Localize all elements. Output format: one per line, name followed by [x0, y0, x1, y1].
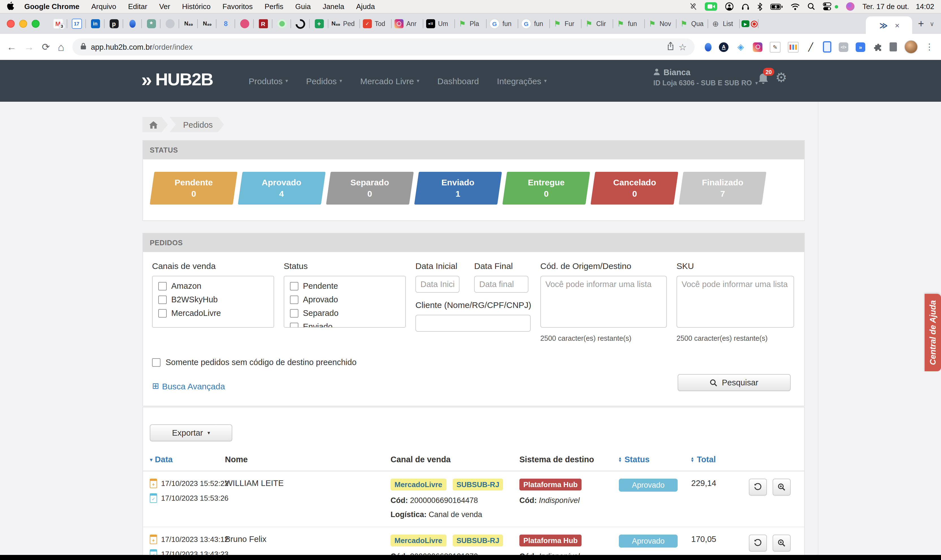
tag-extension-icon[interactable]: » [856, 42, 865, 52]
checkbox[interactable] [290, 295, 298, 304]
status-chip-finalizado[interactable]: Finalizado7 [679, 172, 766, 205]
data-final-input[interactable] [474, 276, 529, 293]
camera-extension-icon[interactable] [753, 42, 763, 52]
sku-textarea[interactable] [677, 276, 794, 328]
canal-option-mercadolivre[interactable]: MercadoLivre [158, 309, 268, 318]
tab-graycircle[interactable] [160, 14, 179, 34]
tab-meetrec[interactable]: ▶ [740, 14, 758, 34]
code-extension-icon[interactable]: </> [839, 42, 848, 52]
tab-flag-fur[interactable]: ⚑Fur [550, 14, 581, 34]
nav-item-integracoes[interactable]: Integrações▾ [497, 76, 547, 86]
breadcrumb-home[interactable] [142, 117, 168, 132]
tab-gmail[interactable]: M3 [49, 14, 67, 34]
menubar-item-arquivo[interactable]: Arquivo [91, 2, 116, 11]
status-chip-cancelado[interactable]: Cancelado0 [590, 172, 678, 205]
tab-googleg-fun[interactable]: Gfun [487, 14, 518, 34]
cod-origem-textarea[interactable] [540, 276, 667, 328]
pencil-slash-icon[interactable] [689, 3, 697, 10]
profile-avatar[interactable] [904, 40, 918, 54]
tab-n49[interactable]: N₄₉ [179, 14, 198, 34]
menubar-item-perfis[interactable]: Perfis [264, 2, 283, 11]
column-header-canal[interactable]: Canal de venda [391, 455, 520, 464]
tab-medium-um[interactable]: ●IIUm [423, 14, 455, 34]
tab-rred[interactable]: R [254, 14, 272, 34]
menubar-item-janela[interactable]: Janela [323, 2, 344, 11]
hub2b-logo[interactable]: » HUB2B [141, 69, 213, 90]
status-chip-aprovado[interactable]: Aprovado4 [238, 172, 326, 205]
battery-charging-icon[interactable] [770, 3, 783, 10]
eyedropper-extension-icon[interactable]: ╱ [806, 42, 815, 52]
notes-extension-icon[interactable]: ✎ [770, 42, 781, 52]
data-inicial-input[interactable] [415, 276, 460, 293]
status-chip-separado[interactable]: Separado0 [326, 172, 414, 205]
exportar-button[interactable]: Exportar ▾ [150, 425, 232, 442]
tab-pdark[interactable]: p [105, 14, 123, 34]
tab-flag-pla[interactable]: ⚑Pla [455, 14, 487, 34]
order-detail-button[interactable] [773, 478, 791, 495]
tab-googleg-fun[interactable]: Gfun [518, 14, 550, 34]
chrome-menu-dots-icon[interactable]: ⋮ [925, 42, 934, 52]
checkbox[interactable] [290, 309, 298, 317]
kanban-extension-icon[interactable] [788, 42, 799, 52]
column-header-nome[interactable]: Nome [225, 455, 391, 464]
close-window-button[interactable] [7, 20, 15, 28]
nav-item-mercado-livre[interactable]: Mercado Livre▾ [360, 76, 419, 86]
apple-menu-icon[interactable] [7, 2, 14, 12]
tab-chatgpt[interactable]: * [142, 14, 160, 34]
column-header-sistema[interactable]: Sistema de destino [520, 455, 619, 464]
order-history-button[interactable] [749, 478, 767, 495]
tab-hub2b-active[interactable]: ≫ × [866, 16, 912, 34]
status-chip-entregue[interactable]: Entregue0 [503, 172, 590, 205]
menubar-item-ver[interactable]: Ver [159, 2, 170, 11]
menubar-time[interactable]: 14:02 [916, 2, 934, 11]
new-tab-button[interactable]: + [918, 18, 924, 29]
tab-flag-nov[interactable]: ⚑Nov [645, 14, 677, 34]
nav-item-produtos[interactable]: Produtos▾ [249, 76, 288, 86]
siri-icon[interactable] [846, 2, 855, 11]
tab-gcal[interactable]: 17 [67, 14, 86, 34]
checkbox[interactable] [158, 282, 167, 290]
checkbox[interactable] [158, 309, 167, 317]
layers-extension-icon[interactable]: ◈ [736, 42, 746, 52]
control-center-icon[interactable] [823, 2, 831, 11]
tab-greendot[interactable] [272, 14, 291, 34]
checkbox[interactable] [290, 322, 298, 328]
canais-listbox[interactable]: Amazon B2WSkyHub MercadoLivre [152, 276, 274, 328]
status-option-pendente[interactable]: Pendente [290, 282, 400, 291]
table-row[interactable]: +17/10/2023 15:52:22 ✓17/10/2023 15:53:2… [143, 471, 804, 527]
tab-nest[interactable] [291, 14, 310, 34]
order-history-button[interactable] [749, 535, 767, 552]
tab-globe-list[interactable]: ⊕List [708, 14, 740, 34]
pesquisar-button[interactable]: Pesquisar [678, 374, 791, 391]
home-button[interactable]: ⌂ [58, 42, 65, 52]
help-center-tab[interactable]: Central de Ajuda [925, 294, 941, 371]
tab-insta-anr[interactable]: Anr [392, 14, 423, 34]
tab-sheets[interactable]: + [310, 14, 328, 34]
lock-icon[interactable] [80, 42, 86, 52]
tab-flag-fun[interactable]: ⚑fun [613, 14, 645, 34]
checkbox[interactable] [152, 358, 160, 366]
address-bar[interactable]: app.hub2b.com.br/order/index ☆ [72, 38, 695, 55]
tab-linkedin[interactable]: in [86, 14, 105, 34]
column-header-total[interactable]: ▴▾Total [691, 455, 741, 464]
menubar-item-editar[interactable]: Editar [128, 2, 147, 11]
breadcrumb-pedidos[interactable]: Pedidos [169, 117, 224, 132]
share-icon[interactable] [667, 42, 674, 52]
column-header-data[interactable]: ▾Data [150, 455, 225, 464]
settings-gear-icon[interactable]: ⚙ [775, 70, 787, 85]
status-option-separado[interactable]: Separado [290, 309, 400, 318]
tab-flag-qua[interactable]: ⚑Qua [677, 14, 708, 34]
tab-flag-clir[interactable]: ⚑Clir [581, 14, 613, 34]
close-tab-icon[interactable]: × [895, 21, 899, 29]
wifi-icon[interactable] [791, 3, 800, 10]
nav-item-pedidos[interactable]: Pedidos▾ [306, 76, 342, 86]
tab-n49[interactable]: N₄₉ [198, 14, 217, 34]
order-detail-button[interactable] [773, 535, 791, 552]
phone-extension-icon[interactable] [823, 41, 831, 52]
fullscreen-window-button[interactable] [32, 20, 40, 28]
letter-a-extension-icon[interactable]: A [719, 42, 729, 52]
camera-active-icon[interactable] [705, 2, 717, 11]
back-button[interactable]: ← [7, 42, 16, 52]
canal-option-amazon[interactable]: Amazon [158, 282, 268, 291]
checkbox[interactable] [290, 282, 298, 290]
